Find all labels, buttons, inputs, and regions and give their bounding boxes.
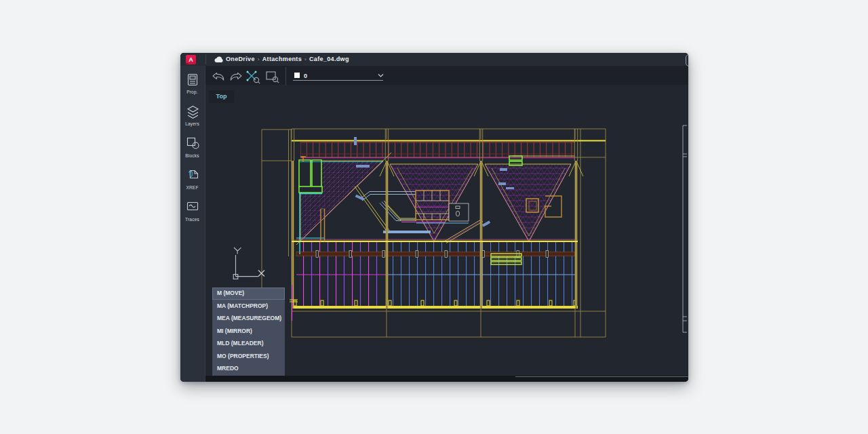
svg-text:0: 0 xyxy=(304,73,307,79)
